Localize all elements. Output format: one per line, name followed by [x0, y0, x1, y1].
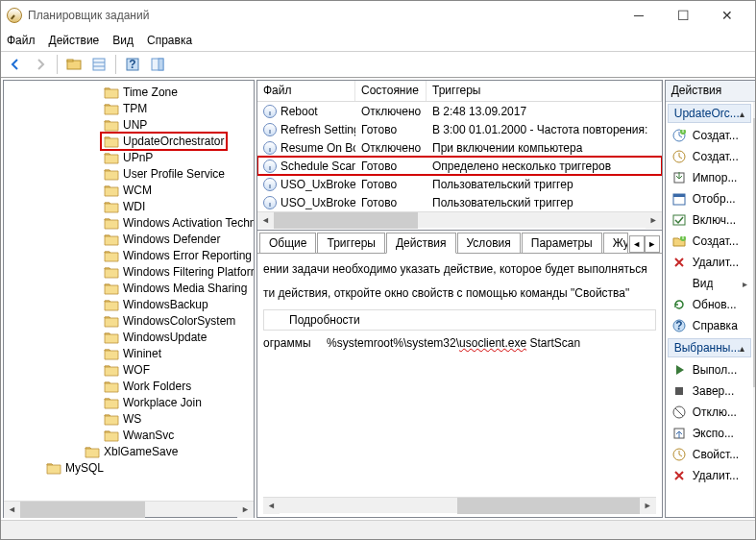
- back-button[interactable]: [5, 54, 26, 75]
- col-state[interactable]: Состояние: [355, 81, 427, 101]
- tree-item[interactable]: WindowsUpdate: [4, 329, 254, 345]
- tree-item[interactable]: WCM: [4, 182, 254, 198]
- detail-pane: Общие Триггеры Действия Условия Параметр…: [257, 231, 662, 517]
- action-item[interactable]: Свойст...: [668, 444, 752, 465]
- tab-log[interactable]: Журнал: [603, 233, 628, 253]
- tab-scroll-right[interactable]: ►: [645, 235, 660, 253]
- tree-item[interactable]: Windows Media Sharing: [4, 280, 254, 296]
- tree-item[interactable]: WindowsColorSystem: [4, 312, 254, 329]
- scroll-right-button[interactable]: ►: [237, 502, 254, 518]
- tree-item[interactable]: UPnP: [4, 149, 254, 165]
- action-item[interactable]: Выпол...: [668, 359, 752, 380]
- detail-col-header[interactable]: Подробности: [263, 309, 656, 331]
- action-item[interactable]: Удалит...: [668, 465, 752, 486]
- menu-file[interactable]: Файл: [7, 34, 36, 47]
- maximize-button[interactable]: ☐: [661, 1, 705, 30]
- minimize-button[interactable]: ─: [617, 1, 661, 30]
- col-file[interactable]: Файл: [257, 81, 355, 101]
- action-item[interactable]: ?Справка: [668, 315, 752, 336]
- tree-item[interactable]: Wininet: [4, 345, 254, 361]
- action-item[interactable]: Экспо...: [668, 423, 752, 444]
- tree-item[interactable]: UpdateOrchestrator: [4, 133, 254, 149]
- task-trigger: В 2:48 13.09.2017: [427, 105, 662, 118]
- menu-action[interactable]: Действие: [49, 34, 100, 47]
- action-item[interactable]: Вид▸: [668, 273, 752, 294]
- menu-help[interactable]: Справка: [147, 34, 192, 47]
- action-item[interactable]: Обнов...: [668, 294, 752, 315]
- detail-hscroll[interactable]: ◄ ►: [263, 497, 656, 513]
- tree-item[interactable]: TPM: [4, 100, 254, 116]
- tree-item[interactable]: WOF: [4, 361, 254, 378]
- action-item[interactable]: Удалит...: [668, 252, 752, 273]
- task-row[interactable]: Resume On BootОтключеноПри включении ком…: [257, 138, 662, 157]
- toolbar-list-button[interactable]: [88, 54, 110, 75]
- action-item[interactable]: Включ...: [668, 209, 752, 231]
- col-triggers[interactable]: Триггеры: [427, 81, 662, 101]
- tree-item[interactable]: WindowsBackup: [4, 296, 254, 312]
- action-group-header[interactable]: UpdateOrc...▴: [668, 104, 752, 123]
- action-item[interactable]: Отклю...: [668, 402, 752, 423]
- tree-item[interactable]: Windows Activation Technologies: [4, 214, 254, 231]
- tree-item[interactable]: User Profile Service: [4, 165, 254, 182]
- center-panel: Файл Состояние Триггеры RebootОтключеноВ…: [256, 80, 663, 518]
- task-list-pane: Файл Состояние Триггеры RebootОтключеноВ…: [257, 81, 662, 231]
- action-item[interactable]: Отобр...: [668, 188, 752, 209]
- tasks-hscroll[interactable]: ◄ ►: [257, 211, 662, 228]
- task-state: Готово: [355, 178, 427, 191]
- tab-conditions[interactable]: Условия: [457, 233, 521, 253]
- svg-rect-8: [159, 59, 163, 70]
- action-item[interactable]: Создат...: [668, 146, 752, 167]
- toolbar-help-button[interactable]: ?: [122, 54, 143, 75]
- tree-item[interactable]: Time Zone: [4, 84, 254, 100]
- tree-item-label: WS: [123, 412, 141, 426]
- tab-triggers[interactable]: Триггеры: [317, 233, 385, 253]
- disable-icon: [671, 405, 687, 420]
- folder-icon: [104, 216, 119, 230]
- toolbar-folder-button[interactable]: [63, 54, 85, 75]
- clock-icon: [671, 149, 687, 164]
- task-row[interactable]: Refresh SettingsГотовоВ 3:00 01.01.2000 …: [257, 120, 662, 138]
- action-item[interactable]: +Создат...: [668, 125, 752, 146]
- task-row[interactable]: USO_UxBrokerГотовоПользовательский тригг…: [257, 193, 662, 211]
- tree-item[interactable]: WwanSvc: [4, 427, 254, 443]
- detail-row[interactable]: ограммы %systemroot%\system32\usoclient.…: [263, 331, 656, 356]
- action-item[interactable]: Завер...: [668, 380, 752, 402]
- folder-icon: [104, 347, 119, 360]
- tree-item[interactable]: Workplace Join: [4, 394, 254, 410]
- view-icon: [671, 276, 687, 291]
- folder-icon: [104, 363, 119, 377]
- tree-item[interactable]: Windows Defender: [4, 231, 254, 247]
- stop-icon: [671, 383, 687, 399]
- tab-scroll-left[interactable]: ◄: [629, 235, 645, 253]
- tree-item[interactable]: Work Folders: [4, 378, 254, 394]
- tab-params[interactable]: Параметры: [522, 233, 602, 253]
- tree-item[interactable]: UNP: [4, 116, 254, 133]
- menu-view[interactable]: Вид: [112, 34, 134, 47]
- clock-icon: [263, 196, 277, 209]
- folder-icon: [104, 429, 119, 442]
- tree-item[interactable]: Windows Error Reporting: [4, 247, 254, 263]
- toolbar-panel-button[interactable]: [147, 54, 168, 75]
- folder-icon: [104, 200, 119, 213]
- scroll-left-button[interactable]: ◄: [4, 502, 20, 518]
- task-row[interactable]: RebootОтключеноВ 2:48 13.09.2017: [257, 102, 662, 120]
- tree-scroll[interactable]: Time ZoneTPMUNPUpdateOrchestratorUPnPUse…: [4, 81, 254, 501]
- folder-icon: [104, 282, 119, 295]
- tab-general[interactable]: Общие: [259, 233, 316, 253]
- action-item[interactable]: +Создат...: [668, 231, 752, 252]
- action-group-header[interactable]: Выбранны...▴: [668, 338, 752, 357]
- tab-actions[interactable]: Действия: [386, 233, 456, 254]
- tree-item[interactable]: WS: [4, 410, 254, 427]
- tree-hscroll[interactable]: ◄ ►: [4, 501, 254, 517]
- forward-button[interactable]: [30, 54, 51, 75]
- tree-item[interactable]: MySQL: [4, 459, 254, 476]
- task-row[interactable]: Schedule ScanГотовоОпределено несколько …: [257, 157, 662, 175]
- tree-item[interactable]: XblGameSave: [4, 443, 254, 459]
- task-name: USO_UxBroker: [280, 196, 355, 209]
- clock-icon: [263, 178, 277, 191]
- action-item[interactable]: Импор...: [668, 167, 752, 188]
- close-button[interactable]: ✕: [705, 1, 749, 30]
- tree-item[interactable]: Windows Filtering Platform: [4, 263, 254, 280]
- tree-item[interactable]: WDI: [4, 198, 254, 214]
- task-row[interactable]: USO_UxBrokerГотовоПользовательский тригг…: [257, 175, 662, 193]
